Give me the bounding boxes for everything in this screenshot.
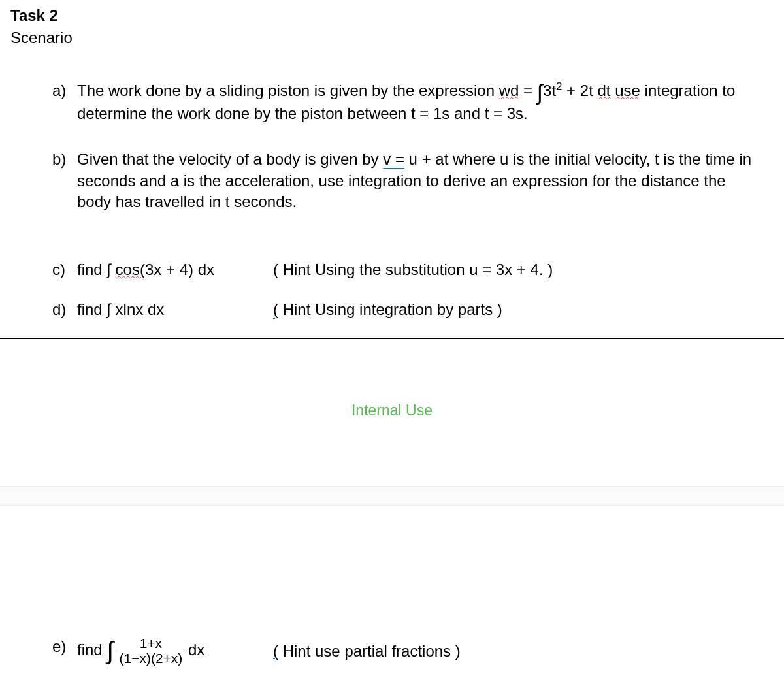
document-page: Task 2 Scenario a) The work done by a sl… xyxy=(0,0,784,682)
item-letter: a) xyxy=(52,80,77,124)
question-a: a) The work done by a sliding piston is … xyxy=(52,80,774,124)
text: Hint use partial fractions ) xyxy=(278,642,461,660)
internal-use-label: Internal Use xyxy=(0,339,784,486)
text: 3x + 4) dx xyxy=(145,261,214,278)
dbl-underline-eq: = xyxy=(395,150,404,168)
item-letter: e) xyxy=(52,636,77,666)
hint: ( Hint use partial fractions ) xyxy=(273,641,763,662)
text: 3t xyxy=(543,82,556,99)
item-body: The work done by a sliding piston is giv… xyxy=(77,80,774,124)
dbl-underline-paren: ( xyxy=(273,300,278,318)
text: find xyxy=(77,641,106,658)
page-separator: Internal Use xyxy=(0,338,784,506)
item-body: find ∫ xlnx dx ( Hint Using integration … xyxy=(77,299,774,320)
expression: find ∫ cos(3x + 4) dx xyxy=(77,259,273,280)
item-body: Given that the velocity of a body is giv… xyxy=(77,149,774,212)
task-heading: Task 2 xyxy=(10,5,774,26)
squiggly-wd: wd xyxy=(499,82,519,99)
hint: ( Hint Using integration by parts ) xyxy=(273,299,763,320)
numerator: 1+x xyxy=(118,636,184,651)
text: The work done by a sliding piston is giv… xyxy=(77,82,499,99)
text: + 2t xyxy=(562,82,597,99)
integral-sign: ∫ xyxy=(537,81,543,103)
item-letter: b) xyxy=(52,149,77,212)
text: Hint Using integration by parts ) xyxy=(278,300,502,318)
expression: find ∫ xlnx dx xyxy=(77,299,273,320)
item-letter: c) xyxy=(52,259,77,280)
denominator: (1−x)(2+x) xyxy=(118,651,184,666)
integral-sign: ∫ xyxy=(106,638,113,663)
text: = xyxy=(519,82,536,99)
separator-strip xyxy=(0,486,784,506)
squiggly-cos: cos( xyxy=(116,261,145,278)
question-list: a) The work done by a sliding piston is … xyxy=(10,80,774,320)
text: dx xyxy=(184,641,204,658)
item-letter: d) xyxy=(52,299,77,320)
question-c: c) find ∫ cos(3x + 4) dx ( Hint Using th… xyxy=(52,259,774,280)
dbl-underline-paren: ( xyxy=(273,642,278,660)
squiggly-dt: dt xyxy=(597,82,610,99)
squiggly-use: use xyxy=(615,82,640,99)
question-d: d) find ∫ xlnx dx ( Hint Using integrati… xyxy=(52,299,774,320)
question-b: b) Given that the velocity of a body is … xyxy=(52,149,774,212)
question-e: e) find ∫ 1+x (1−x)(2+x) dx ( Hint use p… xyxy=(52,636,774,666)
hint: ( Hint Using the substitution u = 3x + 4… xyxy=(273,259,763,280)
scenario-label: Scenario xyxy=(10,27,774,48)
question-list: e) find ∫ 1+x (1−x)(2+x) dx ( Hint use p… xyxy=(10,636,774,666)
item-body: find ∫ 1+x (1−x)(2+x) dx ( Hint use part… xyxy=(77,636,774,666)
text: Given that the velocity of a body is giv… xyxy=(77,150,383,168)
dbl-underline-v: v xyxy=(383,150,395,168)
item-body: find ∫ cos(3x + 4) dx ( Hint Using the s… xyxy=(77,259,774,280)
text: find ∫ xyxy=(77,261,116,278)
expression: find ∫ 1+x (1−x)(2+x) dx xyxy=(77,636,273,666)
fraction: 1+x (1−x)(2+x) xyxy=(118,636,184,666)
